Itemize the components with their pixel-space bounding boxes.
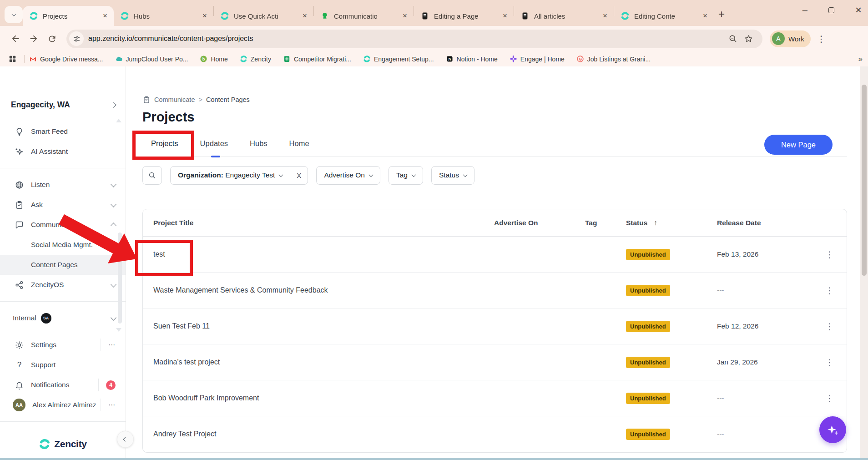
advertise-on-filter[interactable]: Advertise On — [316, 166, 380, 185]
bookmark-notion[interactable]: Notion - Home — [446, 55, 498, 63]
close-tab-icon[interactable]: × — [701, 11, 709, 20]
close-tab-icon[interactable]: × — [201, 11, 209, 20]
sidebar-item-support[interactable]: ? Support — [0, 355, 126, 375]
browser-profile-chip[interactable]: A Work — [770, 30, 811, 47]
organization-filter[interactable]: Organization: Engagecity Test X — [170, 166, 308, 185]
sidebar-item-ask[interactable]: Ask — [0, 195, 126, 215]
browser-tab-all-articles[interactable]: All articles × — [514, 6, 614, 26]
row-menu-button[interactable]: ⋮ — [822, 355, 838, 369]
new-tab-button[interactable]: + — [718, 9, 725, 20]
back-button[interactable] — [6, 30, 25, 48]
row-menu-button[interactable]: ⋮ — [822, 391, 838, 405]
browser-tab-hubs[interactable]: Hubs × — [114, 6, 213, 26]
col-header-advertise-on[interactable]: Advertise On — [494, 219, 585, 227]
sidebar-item-ai-assistant[interactable]: AI Assistant — [0, 142, 126, 162]
tab-updates[interactable]: Updates — [200, 136, 228, 148]
bookmark-home[interactable]: Home — [200, 55, 227, 63]
tab-home[interactable]: Home — [289, 136, 309, 148]
tab-search-button[interactable] — [5, 6, 23, 23]
sidebar-item-smart-feed[interactable]: Smart Feed — [0, 121, 126, 142]
sidebar-scrollbar-thumb[interactable] — [118, 233, 122, 324]
bookmark-label: Home — [211, 56, 227, 63]
sidebar-item-settings[interactable]: Settings ⋯ — [0, 335, 126, 355]
reload-button[interactable] — [43, 30, 61, 48]
close-tab-icon[interactable]: × — [301, 11, 309, 20]
bookmark-competitor-migration[interactable]: Competitor Migrati... — [283, 55, 351, 63]
close-tab-icon[interactable]: × — [601, 11, 609, 20]
table-row[interactable]: Madina's test project Unpublished Jan 29… — [143, 344, 847, 380]
page-scrollbar[interactable] — [860, 66, 868, 458]
address-bar[interactable]: app.zencity.io/communicate/content-pages… — [66, 30, 762, 48]
bookmark-engage[interactable]: Engage | Home — [510, 55, 565, 63]
bookmark-page-button[interactable] — [741, 31, 756, 46]
apps-grid-button[interactable] — [5, 55, 20, 63]
browser-tab-use-quick-actions[interactable]: Use Quick Acti × — [214, 6, 313, 26]
sidebar-item-notifications[interactable]: Notifications 4 — [0, 375, 126, 395]
bookmark-jumpcloud[interactable]: JumpCloud User Po... — [115, 55, 188, 63]
close-tab-icon[interactable]: × — [501, 11, 509, 20]
browser-tab-communication[interactable]: Communicatio × — [314, 6, 414, 26]
chevron-down-icon[interactable] — [111, 201, 116, 207]
close-tab-icon[interactable]: × — [101, 11, 109, 20]
zoom-page-button[interactable] — [725, 31, 741, 46]
tag-filter[interactable]: Tag — [389, 166, 423, 185]
zencity-mark-icon — [39, 438, 50, 450]
forward-button[interactable] — [25, 30, 43, 48]
tab-hubs[interactable]: Hubs — [250, 136, 267, 148]
project-title: Suen Test Feb 11 — [153, 322, 494, 330]
site-settings-button[interactable] — [69, 31, 84, 46]
chevron-down-icon[interactable] — [111, 181, 116, 187]
bookmark-zencity[interactable]: Zencity — [240, 55, 271, 63]
ai-assistant-fab[interactable] — [819, 416, 846, 443]
table-row[interactable]: test Unpublished Feb 13, 2026 ⋮ — [143, 237, 847, 273]
sidebar-item-user[interactable]: AA Alex Almirez Almirez ⋯ — [0, 395, 126, 415]
sidebar-item-communicate[interactable]: Communicate — [0, 215, 126, 235]
bookmark-google-drive[interactable]: Google Drive messa... — [29, 55, 103, 63]
chevron-down-icon[interactable] — [111, 315, 116, 321]
table-row[interactable]: Waste Management Services & Community Fe… — [143, 273, 847, 308]
table-row[interactable]: Andrey Test Project Unpublished --- ⋮ — [143, 416, 847, 452]
col-header-project-title[interactable]: Project Title — [153, 219, 494, 227]
search-button[interactable] — [142, 166, 162, 185]
browser-menu-button[interactable]: ⋮ — [817, 34, 826, 44]
status-filter[interactable]: Status — [431, 166, 474, 185]
chevron-down-icon[interactable] — [111, 281, 116, 287]
more-options-icon[interactable]: ⋯ — [108, 401, 116, 409]
sidebar-scroll-up-arrow[interactable] — [116, 119, 121, 122]
minimize-window-button[interactable]: – — [802, 5, 807, 15]
table-row[interactable]: Suen Test Feb 11 Unpublished Feb 12, 202… — [143, 308, 847, 344]
col-header-release-date[interactable]: Release Date — [717, 219, 815, 227]
browser-tab-projects[interactable]: Projects × — [23, 6, 114, 26]
row-menu-button[interactable]: ⋮ — [822, 283, 838, 298]
sidebar-collapse-button[interactable] — [117, 431, 134, 448]
row-menu-button[interactable]: ⋮ — [822, 248, 838, 262]
sidebar-scroll-down-arrow[interactable] — [116, 328, 121, 332]
col-header-status[interactable]: Status↑ — [626, 219, 717, 227]
organization-filter-label: Organization: — [178, 171, 223, 179]
close-window-button[interactable]: × — [855, 4, 862, 16]
row-menu-button[interactable]: ⋮ — [822, 319, 838, 334]
chevron-up-icon[interactable] — [111, 222, 116, 228]
bookmark-job-listings[interactable]: Job Listings at Grani... — [576, 55, 651, 63]
clear-organization-filter-button[interactable]: X — [290, 167, 308, 184]
sidebar-item-social-media-mgmt[interactable]: Social Media Mgmt. — [0, 235, 126, 255]
browser-tab-editing-a-page[interactable]: Editing a Page × — [414, 6, 514, 26]
new-page-button[interactable]: New Page — [764, 135, 833, 155]
restore-window-button[interactable] — [828, 7, 834, 13]
breadcrumb-parent[interactable]: Communicate — [154, 96, 195, 103]
more-options-icon[interactable]: ⋯ — [108, 341, 116, 349]
bookmark-label: Job Listings at Grani... — [587, 56, 651, 63]
sidebar-item-listen[interactable]: Listen — [0, 175, 126, 195]
sidebar-item-zencityos[interactable]: ZencityOS — [0, 275, 126, 295]
table-row[interactable]: Bob Woodruff Park Improvement Unpublishe… — [143, 380, 847, 416]
close-tab-icon[interactable]: × — [401, 11, 409, 20]
tab-projects[interactable]: Projects — [151, 136, 178, 148]
page-scrollbar-thumb[interactable] — [862, 85, 867, 276]
bookmarks-overflow-button[interactable]: » — [858, 55, 863, 64]
bookmark-engagement-setup[interactable]: Engagement Setup... — [363, 55, 434, 63]
sidebar-item-internal[interactable]: Internal SA — [0, 308, 126, 328]
org-switcher[interactable]: Engagecity, WA — [11, 95, 116, 115]
sidebar-item-content-pages[interactable]: Content Pages — [0, 255, 126, 275]
col-header-tag[interactable]: Tag — [585, 219, 626, 227]
browser-tab-editing-content[interactable]: Editing Conte × — [614, 6, 714, 26]
